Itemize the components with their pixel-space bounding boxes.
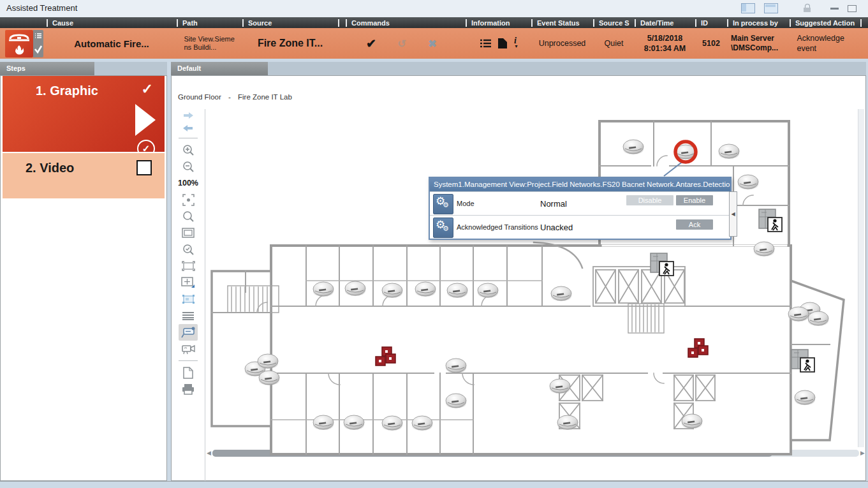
zoom-check-icon[interactable]	[179, 241, 198, 258]
vertical-scrollbar[interactable]	[858, 109, 864, 447]
gear-icon[interactable]: ⚙⚙	[433, 194, 453, 214]
minimize-icon[interactable]	[830, 8, 839, 10]
popup-row-ack: ⚙⚙ Acknowledged Transitions Unacked Ack	[430, 215, 730, 239]
column-event-status[interactable]: Event Status	[531, 17, 593, 28]
enable-button[interactable]: Enable	[676, 195, 713, 205]
column-id[interactable]: ID	[695, 17, 727, 28]
event-row[interactable]: Automatic Fire... Site View.Siemens Buil…	[0, 28, 868, 59]
smoke-detector[interactable]	[313, 415, 334, 430]
command-confirm-icon[interactable]: ✔	[356, 36, 386, 51]
smoke-detector[interactable]	[754, 242, 774, 256]
smoke-detector[interactable]	[551, 286, 571, 301]
ack-button[interactable]: Ack	[676, 219, 713, 230]
callout-tool-icon[interactable]	[179, 324, 198, 341]
step-video[interactable]: 2. Video	[3, 153, 165, 198]
event-list-header: Cause Path Source Commands Information E…	[0, 17, 868, 28]
document-icon[interactable]	[498, 38, 507, 48]
smoke-detector[interactable]	[344, 415, 364, 430]
smoke-detector[interactable]	[313, 282, 334, 297]
floor-plan-canvas[interactable]	[207, 101, 858, 471]
smoke-detector[interactable]	[446, 359, 466, 373]
smoke-detector[interactable]	[788, 307, 809, 322]
smoke-detector[interactable]	[446, 394, 466, 408]
column-datetime[interactable]: Date/Time	[635, 17, 695, 28]
scroll-right-arrow[interactable]: ▶	[860, 450, 865, 456]
smoke-detector[interactable]	[557, 415, 578, 430]
smoke-detector[interactable]	[412, 416, 432, 431]
zoom-window-icon[interactable]	[179, 225, 198, 241]
smoke-detector[interactable]	[382, 283, 402, 298]
list-icon[interactable]	[480, 39, 491, 48]
breadcrumb-current[interactable]: Fire Zone IT Lab	[238, 93, 292, 101]
zoom-in-icon[interactable]	[179, 142, 198, 158]
dock-float-icon[interactable]	[764, 3, 778, 13]
viewer-tab-default[interactable]: Default	[171, 62, 268, 75]
step-label: 1. Graphic	[36, 84, 98, 98]
popup-collapse-handle[interactable]: ◀	[729, 191, 737, 237]
smoke-detector[interactable]	[550, 379, 570, 394]
lock-icon[interactable]	[804, 4, 811, 13]
pan-view-icon[interactable]	[179, 291, 198, 307]
smoke-detector[interactable]	[808, 311, 828, 326]
popup-title: System1.Management View:Project.Field Ne…	[430, 178, 730, 191]
steps-panel: 1. Graphic ✓ ✓ 2. Video	[0, 75, 167, 481]
breadcrumb-separator: -	[228, 93, 231, 101]
gear-icon[interactable]: ⚙⚙	[433, 218, 453, 238]
smoke-detector[interactable]	[415, 282, 436, 297]
smoke-detector[interactable]	[682, 414, 702, 429]
event-status: Unprocessed	[539, 39, 586, 48]
layers-icon[interactable]	[179, 307, 198, 324]
floor-plan-drawing	[212, 121, 844, 454]
print-icon[interactable]	[179, 381, 198, 397]
column-icon	[0, 17, 47, 28]
step-graphic[interactable]: 1. Graphic ✓ ✓	[3, 76, 165, 152]
smoke-detector[interactable]	[623, 140, 644, 154]
event-type-tile[interactable]	[5, 30, 43, 57]
command-cancel-icon[interactable]: ✖	[417, 38, 448, 50]
column-cause[interactable]: Cause	[47, 17, 177, 28]
column-information[interactable]: Information	[466, 17, 531, 28]
smoke-detector[interactable]	[795, 390, 815, 405]
split-view-icon[interactable]	[179, 274, 198, 291]
zoom-out-icon[interactable]	[179, 158, 198, 175]
column-source-status[interactable]: Source S	[593, 17, 635, 28]
smoke-detector[interactable]	[738, 175, 758, 189]
maximize-icon[interactable]	[848, 5, 857, 12]
fit-to-view-icon[interactable]	[179, 191, 198, 208]
back-arrow-icon[interactable]	[179, 122, 198, 135]
video-camera-icon[interactable]	[179, 341, 198, 357]
smoke-detector[interactable]	[382, 416, 402, 431]
column-path[interactable]: Path	[177, 17, 242, 28]
step-label: 2. Video	[26, 161, 74, 175]
dock-left-icon[interactable]	[741, 3, 755, 13]
column-in-process-by[interactable]: In process by	[727, 17, 790, 28]
new-page-icon[interactable]	[179, 364, 198, 381]
property-value: Normal	[540, 192, 567, 215]
smoke-detector[interactable]	[345, 281, 365, 296]
property-label: Mode	[457, 192, 474, 215]
magnifier-icon[interactable]	[179, 208, 198, 225]
breadcrumb-parent[interactable]: Ground Floor	[178, 93, 221, 101]
event-cause: Automatic Fire...	[74, 38, 149, 49]
column-suggested-action[interactable]: Suggested Action	[790, 17, 868, 28]
forward-arrow-icon[interactable]	[179, 109, 198, 122]
command-reset-icon[interactable]: ↺	[386, 38, 417, 50]
column-commands[interactable]: Commands	[338, 17, 466, 28]
info-dropdown-icon[interactable]: i▼	[514, 36, 517, 46]
property-value: Unacked	[540, 216, 573, 239]
play-icon[interactable]	[135, 104, 156, 136]
select-area-icon[interactable]	[179, 258, 198, 274]
smoke-detector[interactable]	[258, 354, 278, 369]
disable-button[interactable]: Disable	[626, 195, 673, 205]
smoke-detector[interactable]	[259, 371, 279, 385]
smoke-detector[interactable]	[478, 283, 498, 298]
empty-checkbox[interactable]	[136, 160, 152, 175]
bottom-strip	[0, 481, 868, 488]
column-source[interactable]: Source	[242, 17, 338, 28]
zoom-level[interactable]: 100%	[178, 175, 198, 191]
device-command-popup: System1.Management View:Project.Field Ne…	[429, 177, 732, 240]
steps-tab[interactable]: Steps	[0, 62, 94, 75]
breadcrumb: Ground Floor - Fire Zone IT Lab	[178, 93, 297, 101]
smoke-detector[interactable]	[447, 283, 467, 298]
smoke-detector[interactable]	[719, 144, 739, 159]
